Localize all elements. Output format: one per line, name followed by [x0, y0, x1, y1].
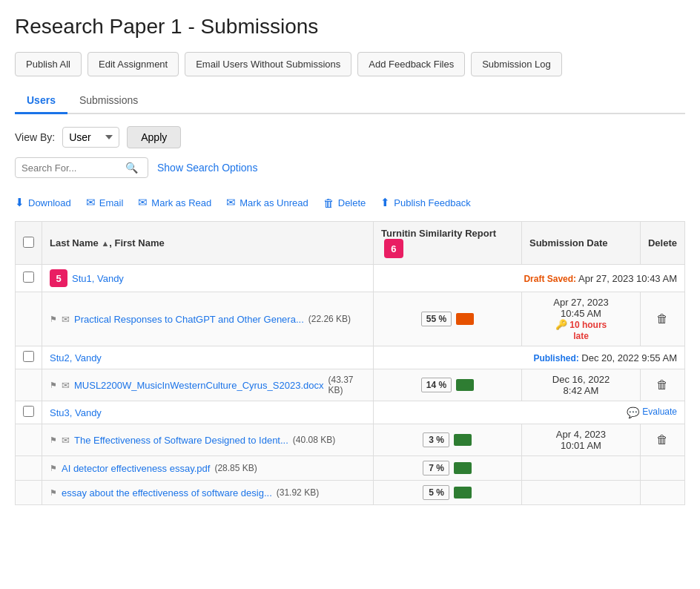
download-action[interactable]: ⬇ Download: [15, 196, 71, 209]
submission-date-cell: Dec 16, 20228:42 AM: [521, 369, 640, 401]
apply-button[interactable]: Apply: [127, 126, 181, 148]
page-title: Research Paper 1 - Submissions: [15, 15, 685, 39]
student-name-cell: 5Stu1, Vandy: [42, 265, 374, 292]
th-delete-label: Delete: [648, 237, 677, 249]
th-name[interactable]: Last Name ▲, First Name: [42, 222, 374, 265]
similarity-bar: [454, 462, 472, 474]
publish-all-button[interactable]: Publish All: [15, 52, 82, 76]
similarity-cell: 5 %: [373, 481, 521, 505]
row-checkbox[interactable]: [23, 406, 34, 417]
flag-icon: ⚑: [50, 464, 57, 473]
select-all-checkbox[interactable]: [23, 237, 34, 248]
delete-cell: [640, 481, 684, 505]
file-link[interactable]: Practical Responses to ChatGPT and Other…: [74, 314, 304, 325]
similarity-score[interactable]: 14 %: [421, 378, 452, 392]
similarity-score[interactable]: 55 %: [421, 312, 452, 326]
student-status-cell: Published: Dec 20, 2022 9:55 AM: [373, 346, 684, 369]
submission-log-button[interactable]: Submission Log: [471, 52, 562, 76]
similarity-cell: 55 %: [373, 292, 521, 346]
file-check-cell: [16, 292, 42, 346]
comment-icon: 💬: [627, 407, 639, 418]
publish-feedback-icon: ⬆: [380, 196, 390, 209]
search-icon: 🔍: [125, 162, 138, 174]
list-item: ⚑✉MUSL2200W_MusicInWesternCulture_Cyrus_…: [16, 369, 685, 401]
mark-read-label: Mark as Read: [151, 197, 211, 208]
th-date: Submission Date: [521, 222, 640, 265]
student-name-link[interactable]: Stu2, Vandy: [50, 352, 102, 363]
download-icon: ⬇: [15, 196, 24, 209]
submission-time: 8:42 AM: [529, 385, 633, 396]
file-size: (22.26 KB): [308, 314, 351, 324]
table-row: 5Stu1, VandyDraft Saved: Apr 27, 2023 10…: [16, 265, 685, 292]
file-name-cell: ⚑✉The Effectiveness of Software Designed…: [42, 424, 374, 456]
edit-assignment-button[interactable]: Edit Assignment: [88, 52, 179, 76]
action-bar: ⬇ Download ✉ Email ✉ Mark as Read ✉ Mark…: [15, 193, 685, 212]
file-name-cell: ⚑AI detector effectiveness essay.pdf (28…: [42, 456, 374, 481]
delete-cell: 🗑: [640, 292, 684, 346]
list-item: ⚑essay about the effectiveness of softwa…: [16, 481, 685, 505]
add-feedback-button[interactable]: Add Feedback Files: [357, 52, 465, 76]
th-turnitin: Turnitin Similarity Report 6: [373, 222, 521, 265]
similarity-score[interactable]: 5 %: [423, 485, 449, 500]
file-name-cell: ⚑✉Practical Responses to ChatGPT and Oth…: [42, 292, 374, 346]
show-search-options-link[interactable]: Show Search Options: [157, 162, 257, 174]
mark-read-action[interactable]: ✉ Mark as Read: [138, 196, 211, 209]
delete-cell: [640, 456, 684, 481]
tab-submissions[interactable]: Submissions: [67, 88, 150, 114]
similarity-bar: [456, 313, 474, 325]
student-status-cell: Draft Saved: Apr 27, 2023 10:43 AM: [373, 265, 684, 292]
toolbar: Publish All Edit Assignment Email Users …: [15, 52, 685, 76]
view-by-row: View By: User Group Apply: [15, 126, 685, 148]
delete-action[interactable]: 🗑 Delete: [323, 197, 366, 209]
email-label: Email: [99, 197, 124, 208]
row-checkbox[interactable]: [23, 351, 34, 362]
similarity-bar: [454, 487, 472, 498]
file-link[interactable]: essay about the effectiveness of softwar…: [62, 487, 272, 498]
email-file-icon: ✉: [62, 314, 70, 325]
th-name-label: Last Name ▲, First Name: [50, 237, 165, 249]
file-link[interactable]: MUSL2200W_MusicInWesternCulture_Cyrus_S2…: [74, 380, 323, 391]
flag-icon: ⚑: [50, 435, 57, 445]
file-link[interactable]: The Effectiveness of Software Designed t…: [74, 435, 288, 446]
view-by-label: View By:: [15, 131, 55, 143]
search-input[interactable]: [22, 162, 125, 174]
flag-icon: ⚑: [50, 381, 57, 390]
student-name-link[interactable]: Stu3, Vandy: [50, 407, 102, 418]
callout-5-badge: 5: [50, 269, 67, 287]
list-item: ⚑✉The Effectiveness of Software Designed…: [16, 424, 685, 456]
late-label: late: [573, 331, 589, 341]
view-by-select[interactable]: User Group: [62, 127, 119, 148]
file-name-cell: ⚑essay about the effectiveness of softwa…: [42, 481, 374, 505]
delete-file-button[interactable]: 🗑: [656, 378, 668, 392]
evaluate-link[interactable]: Evaluate: [642, 407, 677, 417]
delete-cell: 🗑: [640, 424, 684, 456]
download-label: Download: [28, 197, 71, 208]
tab-users[interactable]: Users: [15, 88, 67, 114]
delete-label: Delete: [338, 197, 366, 208]
delete-file-button[interactable]: 🗑: [656, 433, 668, 447]
submissions-table: Last Name ▲, First Name Turnitin Similar…: [15, 221, 685, 505]
publish-feedback-label: Publish Feedback: [394, 197, 470, 208]
submission-date: Apr 4, 2023: [529, 429, 633, 440]
file-check-cell: [16, 369, 42, 401]
similarity-score[interactable]: 3 %: [423, 432, 449, 447]
publish-feedback-action[interactable]: ⬆ Publish Feedback: [380, 196, 470, 209]
student-name-cell: Stu3, Vandy: [42, 401, 374, 424]
similarity-cell: 3 %: [373, 424, 521, 456]
student-status-cell: 💬Evaluate: [373, 401, 684, 424]
file-name-cell: ⚑✉MUSL2200W_MusicInWesternCulture_Cyrus_…: [42, 369, 374, 401]
mark-unread-icon: ✉: [226, 196, 236, 209]
email-file-icon: ✉: [62, 380, 70, 391]
delete-file-button[interactable]: 🗑: [656, 312, 668, 326]
email-action[interactable]: ✉ Email: [86, 196, 124, 209]
mark-unread-action[interactable]: ✉ Mark as Unread: [226, 196, 308, 209]
student-name-link[interactable]: Stu1, Vandy: [72, 273, 124, 284]
email-users-button[interactable]: Email Users Without Submissions: [185, 52, 351, 76]
row-checkbox[interactable]: [23, 272, 34, 283]
submission-date-cell: [521, 481, 640, 505]
file-link[interactable]: AI detector effectiveness essay.pdf: [62, 463, 210, 474]
th-turnitin-label: Turnitin Similarity Report: [381, 228, 496, 239]
list-item: ⚑AI detector effectiveness essay.pdf (28…: [16, 456, 685, 481]
similarity-score[interactable]: 7 %: [423, 461, 449, 476]
submission-date-cell: [521, 456, 640, 481]
